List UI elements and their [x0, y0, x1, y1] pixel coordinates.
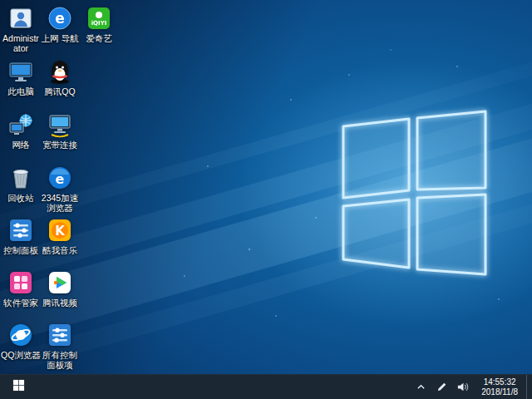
icon-label: 回收站 [7, 193, 34, 203]
desktop-icon-this-pc[interactable]: 此电脑 [1, 58, 41, 96]
tencent-video-icon [47, 269, 73, 296]
broadband-icon [47, 111, 73, 138]
tencent-qq-icon [47, 58, 73, 85]
control-panel-icon [7, 217, 34, 244]
svg-text:iQIYI: iQIYI [91, 20, 107, 27]
icon-label: 控制面板 [3, 245, 38, 255]
icon-label: 上网 导航 [42, 33, 79, 43]
icon-label: 腾讯视频 [42, 298, 77, 308]
desktop: Administratore上网 导航iQIYI爱奇艺此电脑腾讯QQ网络宽带连接… [0, 0, 532, 399]
icon-label: Administrator [1, 33, 41, 53]
svg-text:e: e [56, 171, 65, 187]
volume-icon[interactable] [456, 381, 469, 394]
qq-browser-icon [7, 322, 34, 348]
desktop-icon-broadband[interactable]: 宽带连接 [40, 111, 80, 150]
hidden-icons-chevron-icon[interactable] [414, 381, 427, 394]
recycle-bin-icon [7, 165, 34, 191]
desktop-icon-network[interactable]: 网络 [1, 111, 41, 150]
icon-label: 所有控制面板项 [40, 350, 80, 370]
system-tray: 14:55:32 2018/11/8 [411, 375, 526, 399]
desktop-icons: Administratore上网 导航iQIYI爱奇艺此电脑腾讯QQ网络宽带连接… [0, 0, 532, 374]
desktop-icon-control-panel[interactable]: 控制面板 [1, 217, 41, 255]
icon-label: 网络 [12, 140, 30, 150]
icon-label: 2345加速浏览器 [40, 193, 80, 213]
icon-label: 此电脑 [7, 86, 34, 96]
windows-logo-icon [12, 379, 25, 395]
icon-label: 爱奇艺 [86, 33, 112, 43]
pen-icon[interactable] [435, 381, 448, 394]
taskbar-empty-area [37, 375, 411, 399]
2345-browser-icon: e [47, 165, 73, 191]
taskbar: 14:55:32 2018/11/8 [0, 374, 532, 399]
icon-label: 软件管家 [3, 298, 38, 308]
this-pc-icon [7, 58, 34, 85]
svg-text:e: e [55, 10, 65, 27]
desktop-icon-tencent-video[interactable]: 腾讯视频 [40, 269, 80, 308]
icon-label: 腾讯QQ [44, 86, 75, 96]
icon-label: 宽带连接 [42, 140, 77, 150]
taskbar-clock[interactable]: 14:55:32 2018/11/8 [476, 377, 523, 397]
desktop-icon-internet-nav[interactable]: e上网 导航 [40, 5, 80, 43]
desktop-icon-tencent-qq[interactable]: 腾讯QQ [40, 58, 80, 96]
desktop-icon-recycle-bin[interactable]: 回收站 [1, 165, 41, 203]
desktop-icon-kuwo-music[interactable]: K酷我音乐 [40, 217, 80, 255]
kuwo-music-icon: K [47, 217, 73, 244]
desktop-icon-2345-browser[interactable]: e2345加速浏览器 [40, 165, 80, 213]
svg-text:K: K [55, 224, 66, 239]
user-files-icon [7, 5, 34, 32]
desktop-icon-user-files[interactable]: Administrator [1, 5, 41, 53]
desktop-icon-software-manager[interactable]: 软件管家 [1, 269, 41, 308]
icon-label: 酷我音乐 [42, 245, 77, 255]
software-manager-icon [7, 269, 34, 296]
clock-time: 14:55:32 [481, 377, 518, 387]
all-control-panel-icon [47, 322, 73, 348]
desktop-icon-iqiyi[interactable]: iQIYI爱奇艺 [79, 5, 119, 43]
iqiyi-icon: iQIYI [86, 5, 112, 32]
show-desktop-button[interactable] [526, 375, 532, 399]
start-button[interactable] [0, 375, 37, 399]
clock-date: 2018/11/8 [481, 387, 518, 397]
network-icon [7, 111, 34, 138]
icon-label: QQ浏览器 [1, 350, 41, 360]
desktop-icon-qq-browser[interactable]: QQ浏览器 [1, 322, 41, 360]
internet-nav-icon: e [47, 5, 73, 32]
desktop-icon-all-control-panel[interactable]: 所有控制面板项 [40, 322, 80, 370]
